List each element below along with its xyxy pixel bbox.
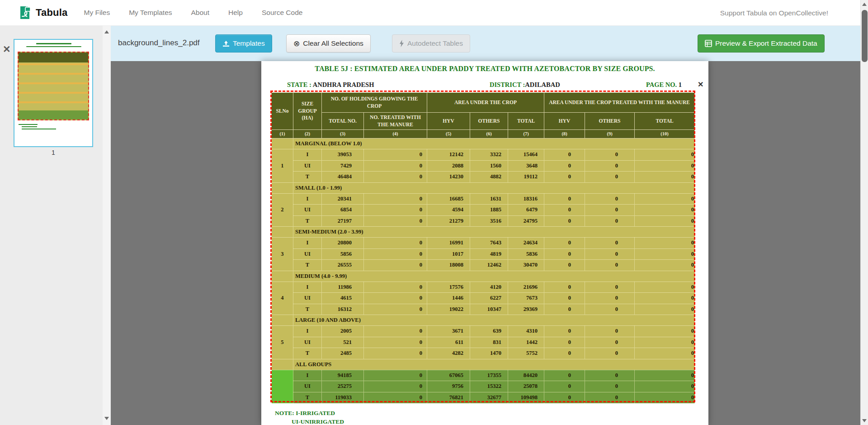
value-cell: 17576 bbox=[427, 282, 470, 293]
value-cell: 4310 bbox=[508, 326, 544, 337]
table-row: UI52106118311442000 bbox=[272, 337, 695, 348]
brand[interactable]: Tabula bbox=[18, 5, 67, 21]
templates-button[interactable]: Templates bbox=[215, 34, 272, 53]
value-cell: 0 bbox=[364, 215, 427, 227]
subcol-4: TOTAL bbox=[508, 113, 544, 130]
value-cell: 0 bbox=[364, 260, 427, 271]
tabula-logo-icon bbox=[18, 5, 32, 21]
table-row: UI68540459418856479000 bbox=[272, 205, 695, 216]
group-label: SEMI-MEDIUM (2.0 - 3.99) bbox=[293, 227, 695, 238]
scrollbar-thumb[interactable] bbox=[862, 10, 868, 62]
scroll-up-icon[interactable] bbox=[862, 3, 867, 6]
note-line-1: NOTE: I-IRRIGATED bbox=[275, 410, 335, 417]
value-cell: 17355 bbox=[470, 370, 508, 381]
sidebar-scroll-down-icon[interactable] bbox=[104, 417, 109, 420]
value-cell: 3516 bbox=[470, 215, 508, 227]
sidebar-scroll-up-icon[interactable] bbox=[104, 30, 109, 33]
value-cell: 0 bbox=[585, 238, 635, 249]
page-thumbnail[interactable] bbox=[14, 39, 93, 147]
value-cell: 0 bbox=[585, 282, 635, 293]
selection-close-icon[interactable]: ✕ bbox=[698, 80, 703, 89]
scroll-down-icon[interactable] bbox=[862, 419, 867, 422]
preview-export-button[interactable]: Preview & Export Extracted Data bbox=[698, 34, 825, 53]
nav-source-code[interactable]: Source Code bbox=[262, 9, 302, 17]
value-cell: 1560 bbox=[470, 160, 508, 172]
value-cell: 3322 bbox=[470, 149, 508, 161]
value-cell: 0 bbox=[364, 149, 427, 161]
value-cell: 19112 bbox=[508, 172, 544, 183]
nav-my-files[interactable]: My Files bbox=[84, 9, 110, 17]
table-row: 1I39053012142332215464000 bbox=[272, 149, 695, 161]
value-cell: 7643 bbox=[470, 238, 508, 249]
table-row: UI25275097561532225078000 bbox=[272, 381, 695, 392]
thumbnail-page-number: 1 bbox=[14, 149, 93, 156]
value-cell: 0 bbox=[585, 215, 635, 227]
value-cell: 16312 bbox=[322, 304, 364, 315]
value-cell: 24634 bbox=[508, 238, 544, 249]
value-cell: 0 bbox=[544, 149, 585, 161]
nav-help[interactable]: Help bbox=[228, 9, 243, 17]
value-cell: 0 bbox=[635, 238, 695, 249]
value-cell: 20341 bbox=[322, 193, 364, 205]
sl-number: 1 bbox=[272, 149, 293, 183]
irrigation-type: UI bbox=[293, 337, 322, 348]
value-cell: 5752 bbox=[508, 348, 544, 359]
value-cell: 0 bbox=[635, 205, 695, 216]
clear-selections-label: Clear All Selections bbox=[303, 39, 363, 48]
col-number: (1) bbox=[272, 130, 293, 138]
value-cell: 27197 bbox=[322, 215, 364, 227]
value-cell: 4882 bbox=[470, 172, 508, 183]
pdf-page[interactable]: TABLE 5J : ESTIMATED AREA UNDER PADDY TR… bbox=[261, 61, 708, 425]
colgroup-holdings: NO. OF HOLDINGS GROWING THE CROP bbox=[322, 93, 427, 113]
value-cell: 25078 bbox=[508, 381, 544, 392]
value-cell: 0 bbox=[585, 304, 635, 315]
value-cell: 109498 bbox=[508, 392, 544, 403]
value-cell: 15322 bbox=[470, 381, 508, 392]
value-cell: 26555 bbox=[322, 260, 364, 271]
value-cell: 67065 bbox=[427, 370, 470, 381]
value-cell: 0 bbox=[635, 326, 695, 337]
nav-my-templates[interactable]: My Templates bbox=[129, 9, 172, 17]
value-cell: 0 bbox=[364, 337, 427, 348]
irrigation-type: UI bbox=[293, 248, 322, 260]
irrigation-type: UI bbox=[293, 205, 322, 216]
value-cell: 0 bbox=[364, 205, 427, 216]
value-cell: 30470 bbox=[508, 260, 544, 271]
value-cell: 611 bbox=[427, 337, 470, 348]
thumb-all-groups-band bbox=[19, 110, 88, 119]
value-cell: 0 bbox=[635, 392, 695, 403]
value-cell: 14230 bbox=[427, 172, 470, 183]
col-number: (6) bbox=[470, 130, 508, 138]
table-row: UI74290208815603648000 bbox=[272, 160, 695, 172]
support-link[interactable]: Support Tabula on OpenCollective! bbox=[720, 0, 828, 26]
sl-number: 4 bbox=[272, 282, 293, 315]
table-row: T27197021279351624795000 bbox=[272, 215, 695, 227]
irrigation-type: I bbox=[293, 149, 322, 161]
nav-about[interactable]: About bbox=[191, 9, 210, 17]
remove-file-icon[interactable]: ✕ bbox=[3, 44, 11, 55]
col-slno: SLNo bbox=[272, 93, 293, 130]
clear-all-selections-button[interactable]: ⊗ Clear All Selections bbox=[286, 34, 371, 53]
sidebar-scrollbar[interactable] bbox=[103, 26, 111, 425]
colgroup-area-treated: AREA UNDER THE CROP TREATED WITH THE MAN… bbox=[544, 93, 695, 113]
value-cell: 3671 bbox=[427, 326, 470, 337]
value-cell: 119033 bbox=[322, 392, 364, 403]
value-cell: 3648 bbox=[508, 160, 544, 172]
value-cell: 1017 bbox=[427, 248, 470, 260]
autodetect-tables-button[interactable]: Autodetect Tables bbox=[392, 34, 470, 53]
col-number: (10) bbox=[635, 130, 695, 138]
window-scrollbar[interactable] bbox=[860, 0, 868, 425]
value-cell: 0 bbox=[585, 392, 635, 403]
value-cell: 6227 bbox=[470, 293, 508, 304]
subcol-5: HYV bbox=[544, 113, 585, 130]
value-cell: 0 bbox=[364, 193, 427, 205]
value-cell: 0 bbox=[585, 326, 635, 337]
col-size-group: SIZE GROUP (HA) bbox=[293, 93, 322, 130]
value-cell: 21279 bbox=[427, 215, 470, 227]
sl-cell bbox=[272, 271, 293, 282]
value-cell: 4120 bbox=[470, 282, 508, 293]
col-number: (2) bbox=[293, 130, 322, 138]
value-cell: 20800 bbox=[322, 238, 364, 249]
group-label: MARGINAL (BELOW 1.0) bbox=[293, 138, 695, 149]
value-cell: 0 bbox=[585, 260, 635, 271]
